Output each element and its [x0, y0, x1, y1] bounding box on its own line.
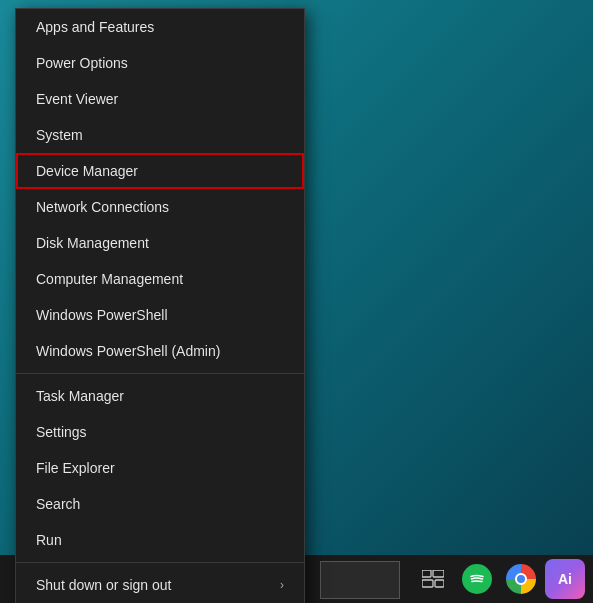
menu-item-system[interactable]: System: [16, 117, 304, 153]
menu-item-computer-management[interactable]: Computer Management: [16, 261, 304, 297]
spotify-button[interactable]: [457, 559, 497, 599]
svg-rect-5: [435, 580, 444, 587]
menu-item-shut-down[interactable]: Shut down or sign out ›: [16, 567, 304, 603]
chrome-button[interactable]: [501, 559, 541, 599]
menu-item-search[interactable]: Search: [16, 486, 304, 522]
menu-item-task-manager[interactable]: Task Manager: [16, 378, 304, 414]
menu-item-event-viewer[interactable]: Event Viewer: [16, 81, 304, 117]
menu-divider-1: [16, 373, 304, 374]
menu-item-settings[interactable]: Settings: [16, 414, 304, 450]
menu-item-file-explorer[interactable]: File Explorer: [16, 450, 304, 486]
ai-button[interactable]: Ai: [545, 559, 585, 599]
menu-item-device-manager[interactable]: Device Manager: [16, 153, 304, 189]
menu-item-disk-management[interactable]: Disk Management: [16, 225, 304, 261]
taskview-icon: [422, 570, 444, 588]
taskview-button[interactable]: [413, 559, 453, 599]
menu-item-power-options[interactable]: Power Options: [16, 45, 304, 81]
menu-item-apps-features[interactable]: Apps and Features: [16, 9, 304, 45]
chrome-icon: [506, 564, 536, 594]
svg-rect-4: [422, 580, 433, 587]
spotify-icon: [462, 564, 492, 594]
chevron-right-icon: ›: [280, 578, 284, 592]
spotify-svg: [469, 571, 485, 587]
context-menu: Apps and Features Power Options Event Vi…: [15, 8, 305, 603]
desktop: Apps and Features Power Options Event Vi…: [0, 0, 593, 603]
menu-item-network-connections[interactable]: Network Connections: [16, 189, 304, 225]
menu-item-windows-powershell[interactable]: Windows PowerShell: [16, 297, 304, 333]
menu-item-run[interactable]: Run: [16, 522, 304, 558]
svg-rect-3: [433, 570, 444, 577]
taskbar-search-box: [320, 561, 400, 599]
menu-item-windows-powershell-admin[interactable]: Windows PowerShell (Admin): [16, 333, 304, 369]
menu-divider-2: [16, 562, 304, 563]
svg-rect-2: [422, 570, 431, 577]
chrome-inner-circle: [515, 573, 527, 585]
